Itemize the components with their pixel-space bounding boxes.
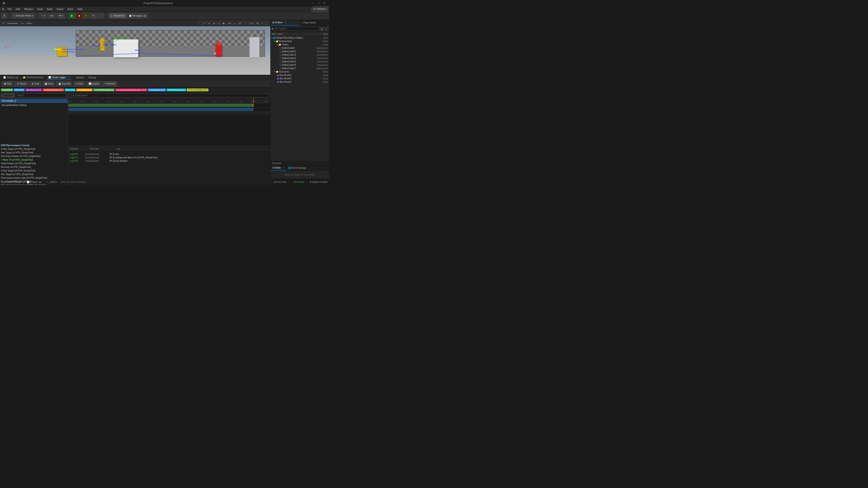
close-btn[interactable]: ✕ <box>322 1 327 5</box>
layout-btn[interactable]: ⊞ <box>1 13 7 19</box>
filter-navigation[interactable]: Navigation [VV] <box>76 89 92 91</box>
snap-btn[interactable]: ⊕ ▾ <box>48 13 56 19</box>
filter-ai-nav[interactable]: AINavigation [VV] <box>148 89 166 91</box>
filter-htn-plan[interactable]: HTNCurrentPlan [VV] <box>187 89 209 91</box>
angle-snap-btn[interactable]: ∠ <box>233 21 237 25</box>
message-log-tab[interactable]: 📋 Message Log <box>127 13 148 19</box>
simple-test-tab[interactable]: ▶ SimpleTest <box>109 13 126 19</box>
outliner-search-input[interactable] <box>278 27 319 31</box>
menu-edit[interactable]: Edit <box>14 7 22 11</box>
vl-close-icon[interactable]: × <box>68 76 69 78</box>
scale-icon-btn[interactable]: ⊕ <box>207 21 211 25</box>
pause-btn[interactable]: ⏸ <box>83 13 89 19</box>
lit-btn[interactable]: Lit <box>20 21 25 25</box>
menu-select[interactable]: Select <box>55 7 65 11</box>
details-tab[interactable]: ℹ Details ✕ <box>271 165 286 170</box>
output-log-tab[interactable]: 📄 Output Log <box>1 75 20 80</box>
actor-item-1[interactable]: RecastNavMesh-Default <box>0 103 68 107</box>
output-log-btn[interactable]: 📄 Output Log <box>27 181 41 183</box>
menu-file[interactable]: File <box>6 7 13 11</box>
surface-snapping-btn[interactable]: ⊡ <box>217 21 221 25</box>
more-btn[interactable]: ⋯ <box>98 13 104 19</box>
vl-clear-btn[interactable]: ✕ Clear <box>73 81 85 86</box>
outliner-item-8[interactable]: ◻ EditorCube16 StaticMeshA <box>271 63 329 67</box>
transform-btn[interactable]: ↔ ▾ <box>39 13 47 19</box>
outliner-item-1[interactable]: ▾ 📁 Environment Folder <box>271 39 329 43</box>
menu-build[interactable]: Build <box>45 7 54 11</box>
outliner-item-2[interactable]: ▾ 📁 Cubes Folder <box>271 43 329 46</box>
play-btn[interactable]: ▶ <box>69 13 75 19</box>
vl-save-btn[interactable]: 💾 Save <box>42 81 55 86</box>
perspective-btn[interactable]: Perspective <box>6 21 19 25</box>
rotate-icon-btn[interactable]: ↺ <box>203 21 207 25</box>
vl-refresh-btn[interactable]: ↻ Refresh <box>103 81 117 86</box>
window-menu[interactable]: Window <box>75 75 86 80</box>
filter-htn[interactable]: HTN [VV] <box>14 89 25 91</box>
settings-menu[interactable]: Settings <box>87 75 98 80</box>
vl-save-all-btn[interactable]: 💾 Save All <box>56 81 72 86</box>
details-close-icon[interactable]: ✕ <box>283 166 284 169</box>
menu-help[interactable]: Help <box>75 7 84 11</box>
console-input[interactable] <box>61 181 268 183</box>
vl-pause-btn[interactable]: ⏸ Pause <box>15 81 28 86</box>
visual-logger-tab[interactable]: 📊 Visual Logger × <box>46 75 71 80</box>
outliner-item-12[interactable]: ▣ Box Brush3 Brush <box>271 77 329 80</box>
actor-search-input[interactable] <box>15 94 66 97</box>
timeline-tracks[interactable]: var ticks = ''; for(var i=0;i<88;i++){ t… <box>68 103 270 146</box>
minimize-btn[interactable]: ─ <box>310 1 316 5</box>
camera-btn[interactable]: 📷 ▾ <box>57 13 65 19</box>
translate-icon-btn[interactable]: ↔ <box>197 21 202 25</box>
content-browser-tab[interactable]: 📁 Content Browser <box>21 75 45 80</box>
viewport-menu-btn[interactable]: ☰ <box>1 21 5 25</box>
maximize-viewport-btn[interactable]: ⛶ <box>265 21 269 25</box>
outliner-settings-btn[interactable]: ⚙ <box>320 27 324 31</box>
filter-gameplay-tasks[interactable]: GameplayTasks [VV] <box>43 89 64 91</box>
cmd-btn[interactable]: >_ Cmd ▾ <box>47 181 57 183</box>
outliner-item-6[interactable]: ◻ EditorCube14 StaticMeshA <box>271 57 329 60</box>
log-data-search-input[interactable] <box>69 94 269 97</box>
outliner-close-icon[interactable]: ✕ <box>284 21 286 24</box>
stop-btn[interactable]: ■ <box>76 13 82 19</box>
camera-speed-val-btn[interactable]: 4 <box>260 21 264 25</box>
outliner-item-5[interactable]: ◻ EditorCube13 StaticMeshA <box>271 53 329 57</box>
restore-btn[interactable]: □ <box>316 1 321 5</box>
settings-btn[interactable]: ⚙ Settings ▾ <box>311 6 328 12</box>
filter-eqs[interactable]: EQS [VV] <box>65 89 76 91</box>
grid-size-btn[interactable]: 100 <box>226 21 232 25</box>
scale-val-btn[interactable]: 0.25 <box>248 21 254 25</box>
grid-toggle-btn[interactable]: ▦ <box>221 21 226 25</box>
place-actors-tab[interactable]: + Place Actors <box>300 20 329 26</box>
actor-item-0[interactable]: AIController_0 <box>0 99 68 103</box>
filter-crowd[interactable]: CrowdFollowing [VV] <box>93 89 115 91</box>
outliner-item-13[interactable]: ▣ Box Brush4 Brush <box>271 80 329 84</box>
outliner-item-9[interactable]: ◻ EditorCube17 StaticMeshA <box>271 67 329 70</box>
vl-graphs-btn[interactable]: 📊 Graphs <box>87 81 101 86</box>
outliner-item-7[interactable]: ◻ EditorCube15 StaticMeshA <box>271 60 329 63</box>
viewport[interactable]: Shoot Firearm Ammo Move To Move To Grab … <box>0 26 270 75</box>
classes-btn[interactable]: Classes ▾ <box>1 94 14 97</box>
outliner-item-4[interactable]: ◻ EditorCube12 StaticMeshA <box>271 50 329 53</box>
vl-stop-btn[interactable]: ⏹ Stop <box>2 81 13 86</box>
selection-mode-btn[interactable]: ↖ Selection Mode ▾ <box>11 13 35 19</box>
menu-window[interactable]: Window <box>22 7 35 11</box>
filter-blackboard[interactable]: Blackboard [VV] <box>25 89 42 91</box>
outliner-item-11[interactable]: ▣ Box Brush2 Brush <box>271 73 329 77</box>
world-local-btn[interactable]: ⊞ <box>212 21 216 25</box>
gamepads-btn[interactable]: 🎮 <box>90 13 97 19</box>
angle-val-btn[interactable]: 10° <box>238 21 243 25</box>
outliner-tab[interactable]: ⊞ Outliner ✕ <box>271 20 300 26</box>
outliner-item-3[interactable]: ◻ EditorCube8 StaticMeshA <box>271 46 329 50</box>
filter-gameplay-debug[interactable]: GameplayDebugReplication [VV] <box>115 89 147 91</box>
world-settings-tab[interactable]: 🌐 World Settings <box>286 165 308 170</box>
menu-tools[interactable]: Tools <box>35 7 45 11</box>
filter-visual[interactable]: Visual [VV] <box>1 89 13 91</box>
show-btn[interactable]: Show <box>26 21 33 25</box>
outliner-item-10[interactable]: ▾ 📁 Geometry Folder <box>271 70 329 73</box>
camera-speed-icon[interactable]: 📷 <box>255 21 260 25</box>
filter-path[interactable]: PathFollowing [VV] <box>166 89 186 91</box>
scale-snap-btn[interactable]: ⤢ <box>243 21 248 25</box>
outliner-item-0[interactable]: ▾ 🌐 SimpleTest (Play In Editor) World <box>271 36 329 39</box>
menu-actor[interactable]: Actor <box>66 7 75 11</box>
outliner-add-btn[interactable]: + <box>325 27 328 31</box>
vl-load-btn[interactable]: ⬆ Load <box>30 81 41 86</box>
